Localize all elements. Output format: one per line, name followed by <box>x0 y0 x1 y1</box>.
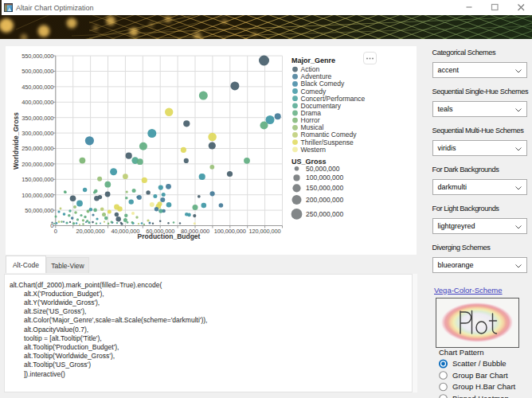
svg-text:550,000,000: 550,000,000 <box>22 53 53 60</box>
svg-text:Scatter / Bubble: Scatter / Bubble <box>452 359 507 368</box>
svg-text:Production_Budget: Production_Budget <box>138 232 201 240</box>
svg-text:0: 0 <box>54 228 57 235</box>
svg-text:100,000,000: 100,000,000 <box>306 174 344 181</box>
svg-text:Major_Genre: Major_Genre <box>291 57 335 64</box>
svg-text:250,000,000: 250,000,000 <box>22 145 53 152</box>
svg-text:Worldwide_Gross: Worldwide_Gross <box>12 112 20 170</box>
svg-text:Group Bar Chart: Group Bar Chart <box>452 371 508 380</box>
svg-text:50,000,000: 50,000,000 <box>306 165 340 173</box>
svg-text:150,000,000: 150,000,000 <box>306 184 344 192</box>
svg-text:200,000,000: 200,000,000 <box>306 196 344 204</box>
svg-text:120,000,000: 120,000,000 <box>249 228 281 235</box>
svg-text:Group H.Bar Chart: Group H.Bar Chart <box>452 382 516 391</box>
svg-text:20,000,000: 20,000,000 <box>76 228 105 235</box>
svg-text:200,000,000: 200,000,000 <box>22 161 53 168</box>
svg-text:100,000,000: 100,000,000 <box>214 228 246 235</box>
svg-text:Western: Western <box>301 146 327 154</box>
svg-text:400,000,000: 400,000,000 <box>22 99 53 106</box>
svg-text:250,000,000: 250,000,000 <box>306 210 344 218</box>
svg-text:300,000,000: 300,000,000 <box>22 130 53 137</box>
svg-text:Binned Heatmap: Binned Heatmap <box>452 394 509 398</box>
svg-text:50,000,000: 50,000,000 <box>25 207 53 214</box>
svg-text:150,000,000: 150,000,000 <box>22 176 53 183</box>
svg-text:350,000,000: 350,000,000 <box>22 115 53 122</box>
svg-text:450,000,000: 450,000,000 <box>22 84 53 91</box>
svg-text:100,000,000: 100,000,000 <box>22 192 53 199</box>
svg-text:500,000,000: 500,000,000 <box>22 68 53 75</box>
svg-text:40,000,000: 40,000,000 <box>111 228 139 235</box>
